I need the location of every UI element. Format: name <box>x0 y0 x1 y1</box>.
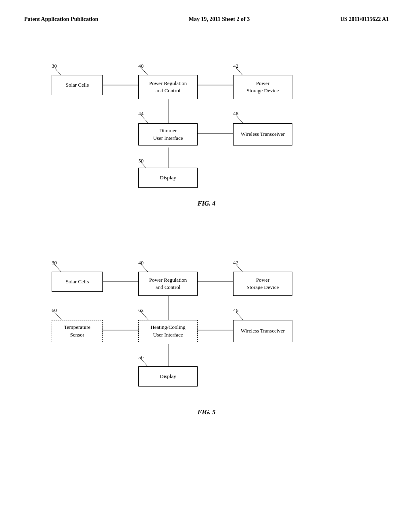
fig4-wireless: Wireless Transceiver <box>233 123 292 145</box>
fig4-display: Display <box>138 168 198 188</box>
fig5-heating-cooling: Heating/CoolingUser Interface <box>138 320 198 342</box>
fig5-temp-sensor: TemperatureSensor <box>52 320 103 342</box>
fig4-solar-cells: Solar Cells <box>52 75 103 95</box>
fig4-section: 30 Solar Cells 40 Power Regulationand Co… <box>24 47 389 207</box>
page-header: Patent Application Publication May 19, 2… <box>24 16 389 23</box>
fig5-solar-cells: Solar Cells <box>52 272 103 292</box>
fig5-diagram: 30 Solar Cells 40 Power Regulationand Co… <box>24 243 389 405</box>
fig5-caption: FIG. 5 <box>24 409 389 416</box>
fig5-power-storage: PowerStorage Device <box>233 272 292 296</box>
fig4-caption: FIG. 4 <box>24 200 389 207</box>
header-center: May 19, 2011 Sheet 2 of 3 <box>189 16 250 23</box>
fig5-display: Display <box>138 366 198 387</box>
fig4-power-storage: PowerStorage Device <box>233 75 292 99</box>
fig5-section: 30 Solar Cells 40 Power Regulationand Co… <box>24 243 389 416</box>
fig4-dimmer-ui: DimmerUser Interface <box>138 123 198 145</box>
fig4-power-reg: Power Regulationand Control <box>138 75 198 99</box>
fig5-wireless: Wireless Transceiver <box>233 320 292 342</box>
header-right: US 2011/0115622 A1 <box>340 16 389 23</box>
fig5-power-reg: Power Regulationand Control <box>138 272 198 296</box>
page: Patent Application Publication May 19, 2… <box>0 0 413 532</box>
header-left: Patent Application Publication <box>24 16 98 23</box>
fig4-diagram: 30 Solar Cells 40 Power Regulationand Co… <box>24 47 389 196</box>
